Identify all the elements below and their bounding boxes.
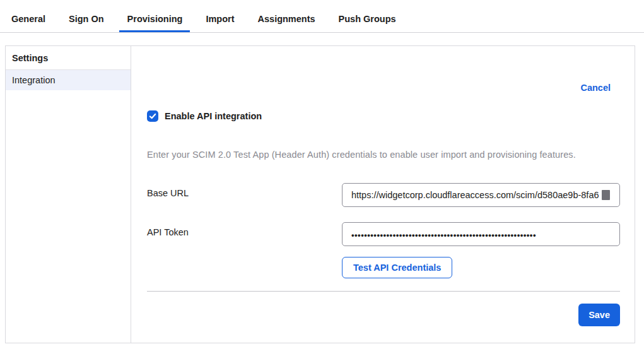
provisioning-panel: Settings Integration Cancel Enable API i… [5, 45, 635, 343]
base-url-input-wrap [342, 183, 620, 207]
base-url-label: Base URL [147, 183, 342, 198]
tab-general[interactable]: General [11, 5, 45, 32]
settings-sidebar: Settings Integration [6, 46, 131, 343]
base-url-row: Base URL [147, 183, 620, 207]
sidebar-item-integration[interactable]: Integration [6, 70, 131, 90]
api-token-row: API Token [147, 222, 620, 246]
api-token-input-wrap [342, 222, 620, 246]
test-credentials-row: Test API Credentials [147, 257, 620, 278]
cancel-link[interactable]: Cancel [580, 83, 611, 93]
integration-settings-form: Cancel Enable API integration Enter your… [131, 46, 635, 343]
tab-import[interactable]: Import [206, 5, 234, 32]
checkmark-icon [149, 112, 156, 120]
tab-push-groups[interactable]: Push Groups [339, 5, 396, 32]
credentials-description: Enter your SCIM 2.0 Test App (Header Aut… [147, 150, 620, 160]
tab-label: General [11, 14, 45, 24]
text-cursor-overflow [602, 190, 610, 200]
sidebar-header: Settings [6, 46, 131, 70]
base-url-input[interactable] [342, 183, 620, 207]
footer-divider [147, 291, 620, 292]
tab-label: Sign On [69, 14, 104, 24]
tab-label: Provisioning [127, 14, 183, 24]
save-button[interactable]: Save [578, 304, 620, 326]
tab-label: Assignments [258, 14, 315, 24]
tab-label: Import [206, 14, 234, 24]
app-tab-bar: General Sign On Provisioning Import Assi… [0, 0, 644, 33]
tab-sign-on[interactable]: Sign On [69, 5, 104, 32]
tab-label: Push Groups [339, 14, 396, 24]
enable-api-label: Enable API integration [165, 111, 262, 121]
test-api-credentials-button[interactable]: Test API Credentials [342, 257, 452, 278]
tab-assignments[interactable]: Assignments [258, 5, 315, 32]
sidebar-item-label: Integration [12, 75, 56, 85]
enable-api-row: Enable API integration [147, 110, 620, 122]
cancel-row: Cancel [147, 83, 620, 93]
tab-provisioning[interactable]: Provisioning [127, 5, 183, 32]
save-row: Save [147, 304, 620, 326]
api-token-label: API Token [147, 222, 342, 237]
enable-api-checkbox[interactable] [147, 110, 158, 122]
api-token-input[interactable] [342, 222, 620, 246]
